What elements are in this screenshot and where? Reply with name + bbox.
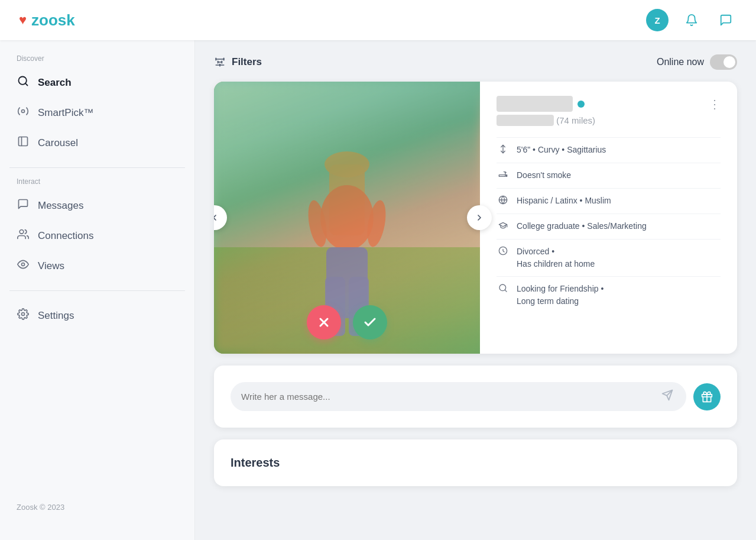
send-message-button[interactable] xyxy=(659,389,676,404)
relationship-icon xyxy=(497,246,510,258)
filters-button[interactable]: Filters xyxy=(214,56,262,68)
carousel-icon xyxy=(17,135,30,150)
sidebar-item-connections[interactable]: Connections xyxy=(0,221,194,251)
sidebar-item-settings[interactable]: Settings xyxy=(0,300,194,331)
svg-line-1 xyxy=(25,83,28,86)
svg-point-7 xyxy=(22,313,25,316)
detail-row-education: College graduate • Sales/Marketing xyxy=(497,214,721,239)
interests-title: Interests xyxy=(231,456,721,470)
sidebar-settings-label: Settings xyxy=(38,310,74,322)
interact-section-label: Interact xyxy=(0,177,194,190)
top-navigation: ♥ zoosk Z xyxy=(0,0,756,40)
physique-detail: 5'6" • Curvy • Sagittarius xyxy=(517,144,606,156)
filters-bar: Filters Online now xyxy=(214,54,737,70)
profile-location-name: ████████ xyxy=(497,115,554,126)
looking-for-detail: Looking for Friendship •Long term dating xyxy=(517,283,603,308)
detail-row-smoking: Doesn't smoke xyxy=(497,163,721,188)
sidebar-item-views[interactable]: Views xyxy=(0,251,194,281)
sidebar-divider-1 xyxy=(9,167,185,168)
detail-row-physique: 5'6" • Curvy • Sagittarius xyxy=(497,137,721,163)
profile-card: ████████ ⋮ ████████ (74 miles) 5'6" • Cu… xyxy=(214,82,737,354)
sidebar-item-messages[interactable]: Messages xyxy=(0,190,194,221)
message-input[interactable] xyxy=(241,392,659,402)
profile-name-row: ████████ ⋮ xyxy=(497,96,721,112)
main-layout: Discover Search SmartPick™ Carousel Inte… xyxy=(0,40,756,540)
smoking-detail: Doesn't smoke xyxy=(517,169,571,182)
sidebar-divider-2 xyxy=(9,290,185,291)
filters-label: Filters xyxy=(232,56,262,68)
sidebar-connections-label: Connections xyxy=(38,230,94,242)
send-gift-button[interactable] xyxy=(693,383,721,410)
sidebar-item-carousel[interactable]: Carousel xyxy=(0,128,194,158)
sidebar-messages-label: Messages xyxy=(38,200,83,212)
nav-icons-area: Z xyxy=(646,9,737,31)
ethnicity-detail: Hispanic / Latinx • Muslim xyxy=(517,195,611,207)
next-photo-button[interactable] xyxy=(467,205,492,230)
connections-icon xyxy=(17,228,30,243)
sidebar-item-search[interactable]: Search xyxy=(0,67,194,98)
logo-heart-icon: ♥ xyxy=(19,12,27,28)
message-input-row xyxy=(231,382,721,411)
filters-sliders-icon xyxy=(214,56,226,68)
message-input-wrap xyxy=(231,382,686,411)
online-status-dot xyxy=(577,101,585,108)
graduation-icon xyxy=(497,221,510,233)
svg-rect-3 xyxy=(19,137,28,146)
relationship-detail: Divorced •Has children at home xyxy=(517,245,595,270)
reject-button[interactable] xyxy=(307,305,341,339)
looking-for-icon xyxy=(497,283,510,296)
height-icon xyxy=(497,144,510,157)
profile-name-area: ████████ xyxy=(497,96,585,112)
message-card xyxy=(214,366,737,428)
messages-icon xyxy=(17,198,30,213)
globe-icon xyxy=(497,195,510,208)
smartpick-icon xyxy=(17,105,30,120)
user-avatar-button[interactable]: Z xyxy=(646,9,669,31)
education-detail: College graduate • Sales/Marketing xyxy=(517,220,647,232)
more-options-button[interactable]: ⋮ xyxy=(709,97,721,111)
online-now-toggle[interactable] xyxy=(710,54,737,70)
settings-icon xyxy=(17,308,30,323)
profile-location: ████████ (74 miles) xyxy=(497,115,721,125)
main-content: Filters Online now xyxy=(195,40,756,540)
detail-row-ethnicity: Hispanic / Latinx • Muslim xyxy=(497,188,721,214)
sidebar: Discover Search SmartPick™ Carousel Inte… xyxy=(0,40,195,540)
like-button[interactable] xyxy=(353,305,387,339)
profile-name: ████████ xyxy=(497,96,573,112)
detail-row-looking-for: Looking for Friendship •Long term dating xyxy=(497,276,721,313)
svg-point-2 xyxy=(22,110,25,113)
online-now-area: Online now xyxy=(657,54,737,70)
sidebar-search-label: Search xyxy=(38,77,72,89)
detail-row-relationship: Divorced •Has children at home xyxy=(497,239,721,276)
smoking-icon xyxy=(497,170,510,182)
views-icon xyxy=(17,258,30,273)
svg-line-38 xyxy=(505,290,507,292)
sidebar-footer: Zoosk © 2023 xyxy=(0,489,194,526)
action-buttons xyxy=(307,305,387,339)
sidebar-views-label: Views xyxy=(38,260,64,272)
svg-point-5 xyxy=(20,230,24,234)
logo-text: zoosk xyxy=(31,11,75,30)
online-now-label: Online now xyxy=(657,57,704,67)
search-icon xyxy=(17,75,30,90)
profile-photo-area xyxy=(214,82,480,354)
svg-point-6 xyxy=(22,263,25,266)
profile-details: ████████ ⋮ ████████ (74 miles) 5'6" • Cu… xyxy=(480,82,737,354)
interests-card: Interests xyxy=(214,439,737,486)
notifications-button[interactable] xyxy=(680,9,703,31)
profile-distance: (74 miles) xyxy=(556,115,595,125)
sidebar-carousel-label: Carousel xyxy=(38,137,78,149)
logo-area: ♥ zoosk xyxy=(19,11,75,30)
discover-section-label: Discover xyxy=(0,54,194,67)
svg-point-25 xyxy=(320,185,374,250)
sidebar-smartpick-label: SmartPick™ xyxy=(38,107,93,119)
sidebar-item-smartpick[interactable]: SmartPick™ xyxy=(0,98,194,128)
chat-button[interactable] xyxy=(715,9,737,31)
